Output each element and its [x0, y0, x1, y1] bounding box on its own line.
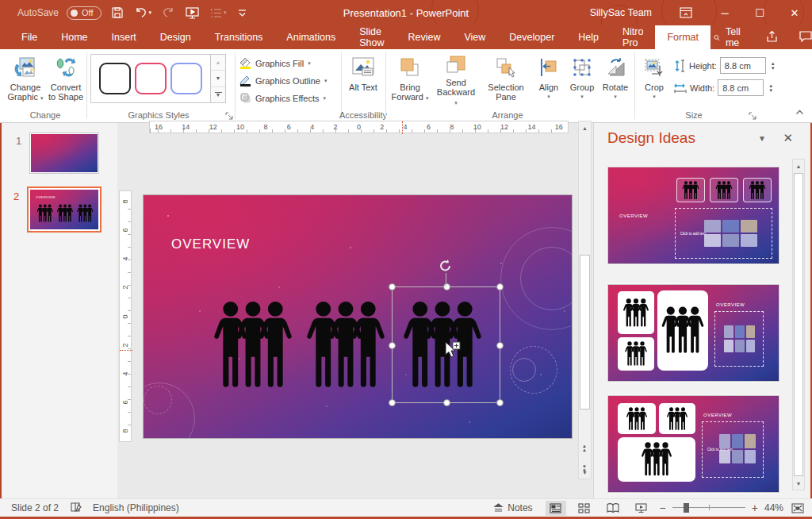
account-name[interactable]: SillySac Team: [590, 7, 652, 18]
slide-1-thumbnail[interactable]: [29, 133, 99, 174]
size-dialog-launcher[interactable]: [749, 111, 756, 119]
graphic-style-black[interactable]: [99, 63, 131, 94]
tell-me-button[interactable]: Tell me: [714, 26, 745, 48]
send-backward-button[interactable]: Send Backward ▾: [435, 52, 477, 107]
graphics-fill-button[interactable]: Graphics Fill▾: [239, 55, 339, 71]
previous-slide-button[interactable]: ▲▲: [579, 442, 590, 455]
share-button[interactable]: [765, 30, 779, 44]
zoom-in-button[interactable]: +: [752, 502, 758, 514]
tab-format[interactable]: Format: [655, 25, 710, 49]
editor-vertical-scrollbar[interactable]: ▲ ▼: [578, 121, 592, 479]
design-suggestion-1[interactable]: OVERVIEW Click to add text: [607, 167, 779, 264]
gallery-more-button[interactable]: ▼: [211, 87, 225, 102]
group-button[interactable]: Group ▾: [566, 52, 598, 107]
resize-handle-nw[interactable]: [389, 283, 396, 290]
resize-handle-s[interactable]: [443, 399, 450, 406]
undo-button[interactable]: ▾: [133, 3, 154, 22]
redo-button[interactable]: [161, 3, 176, 22]
reading-view-button[interactable]: [603, 501, 623, 516]
panel-options-caret-icon[interactable]: ▼: [758, 134, 766, 143]
numbering-button[interactable]: ▾: [209, 3, 228, 22]
change-graphic-button[interactable]: Change Graphic ▾: [5, 52, 46, 107]
tab-transitions[interactable]: Transitions: [203, 25, 275, 49]
graphic-style-blue[interactable]: [170, 63, 202, 94]
zoom-slider-thumb[interactable]: [684, 503, 689, 513]
panel-close-icon[interactable]: ✕: [783, 131, 793, 145]
tab-slide-show[interactable]: Slide Show: [347, 25, 396, 49]
slide-indicator[interactable]: Slide 2 of 2: [11, 502, 59, 513]
slide-show-button[interactable]: [631, 501, 652, 516]
rotate-button[interactable]: Rotate ▾: [599, 52, 631, 107]
convert-to-shape-button[interactable]: Convert to Shape: [48, 52, 84, 107]
gallery-scroll-up[interactable]: ▲: [211, 55, 225, 71]
graphic-style-pink[interactable]: [135, 63, 167, 94]
tab-help[interactable]: Help: [566, 25, 611, 49]
alt-text-button[interactable]: Alt Text: [344, 52, 382, 107]
horizontal-ruler[interactable]: 1614121086420246810121416: [149, 121, 569, 133]
notes-button[interactable]: Notes: [488, 501, 537, 515]
align-button[interactable]: Align ▾: [534, 52, 563, 107]
tab-insert[interactable]: Insert: [100, 25, 148, 49]
tab-review[interactable]: Review: [396, 25, 452, 49]
width-input[interactable]: 8.8 cm: [718, 79, 764, 96]
design-suggestion-2[interactable]: OVERVIEW: [607, 284, 779, 382]
vertical-ruler[interactable]: 864202468: [119, 190, 132, 442]
slide-2-thumbnail[interactable]: OVERVIEW: [27, 186, 102, 233]
next-slide-button[interactable]: ▼▼: [579, 463, 590, 475]
resize-handle-sw[interactable]: [389, 399, 396, 406]
panel-scrollbar-thumb[interactable]: [794, 173, 803, 476]
resize-handle-e[interactable]: [496, 342, 504, 349]
resize-handle-se[interactable]: [496, 399, 504, 406]
tab-developer[interactable]: Developer: [497, 25, 566, 49]
tab-nitro-pro[interactable]: Nitro Pro: [611, 25, 655, 49]
tab-animations[interactable]: Animations: [274, 25, 347, 49]
design-panel-scrollbar[interactable]: ▲ ▼: [792, 159, 805, 490]
zoom-level[interactable]: 44%: [764, 502, 783, 513]
autosave-toggle[interactable]: Off: [67, 6, 101, 20]
panel-scroll-down-button[interactable]: ▼: [793, 477, 804, 490]
language-indicator[interactable]: English (Philippines): [93, 502, 179, 513]
close-button[interactable]: ✕: [777, 0, 812, 25]
rotate-handle[interactable]: [439, 259, 453, 275]
selection-pane-button[interactable]: Selection Pane: [481, 52, 530, 107]
graphics-outline-button[interactable]: Graphics Outline▾: [239, 72, 339, 89]
slide-sorter-view-button[interactable]: [574, 501, 595, 516]
slide-title[interactable]: OVERVIEW: [171, 236, 250, 252]
resize-handle-w[interactable]: [389, 342, 396, 349]
tab-home[interactable]: Home: [49, 25, 99, 49]
panel-scroll-up-button[interactable]: ▲: [793, 160, 804, 172]
graphics-styles-dialog-launcher[interactable]: [225, 111, 233, 119]
customize-qat-button[interactable]: [236, 3, 248, 22]
normal-view-button[interactable]: [546, 501, 566, 516]
scrollbar-thumb[interactable]: [580, 255, 590, 409]
scroll-up-button[interactable]: ▲: [579, 121, 591, 134]
resize-handle-n[interactable]: [443, 283, 450, 290]
slide-canvas[interactable]: OVERVIEW: [143, 194, 573, 439]
tab-design[interactable]: Design: [148, 25, 203, 49]
tab-view[interactable]: View: [452, 25, 497, 49]
maximize-button[interactable]: ☐: [742, 0, 777, 25]
ribbon-display-options-button[interactable]: [674, 0, 698, 25]
minimize-button[interactable]: ─: [707, 0, 742, 25]
save-button[interactable]: [109, 3, 125, 22]
bring-forward-button[interactable]: Bring Forward ▾: [390, 52, 430, 107]
tab-file[interactable]: File: [10, 25, 49, 49]
collapse-ribbon-button[interactable]: [795, 106, 804, 117]
undo-dropdown-icon[interactable]: ▾: [149, 10, 152, 16]
design-suggestion-3[interactable]: OVERVIEW Click to add text: [607, 395, 779, 493]
proofing-button[interactable]: [70, 502, 82, 515]
crop-button[interactable]: Crop ▾: [639, 52, 669, 107]
gallery-scroll-down[interactable]: ▼: [211, 71, 225, 86]
height-spinner[interactable]: ▲▼: [771, 61, 776, 71]
people-group-1[interactable]: [212, 301, 294, 390]
graphics-effects-button[interactable]: Graphics Effects▾: [239, 90, 339, 106]
comments-button[interactable]: [799, 31, 812, 44]
height-input[interactable]: 8.8 cm: [720, 57, 766, 74]
fit-slide-to-window-button[interactable]: [791, 503, 804, 513]
people-group-2[interactable]: [304, 301, 387, 390]
zoom-out-button[interactable]: −: [660, 502, 666, 514]
width-spinner[interactable]: ▲▼: [768, 83, 773, 93]
resize-handle-ne[interactable]: [496, 283, 504, 290]
zoom-slider[interactable]: [672, 502, 745, 513]
start-from-beginning-button[interactable]: [184, 3, 201, 22]
